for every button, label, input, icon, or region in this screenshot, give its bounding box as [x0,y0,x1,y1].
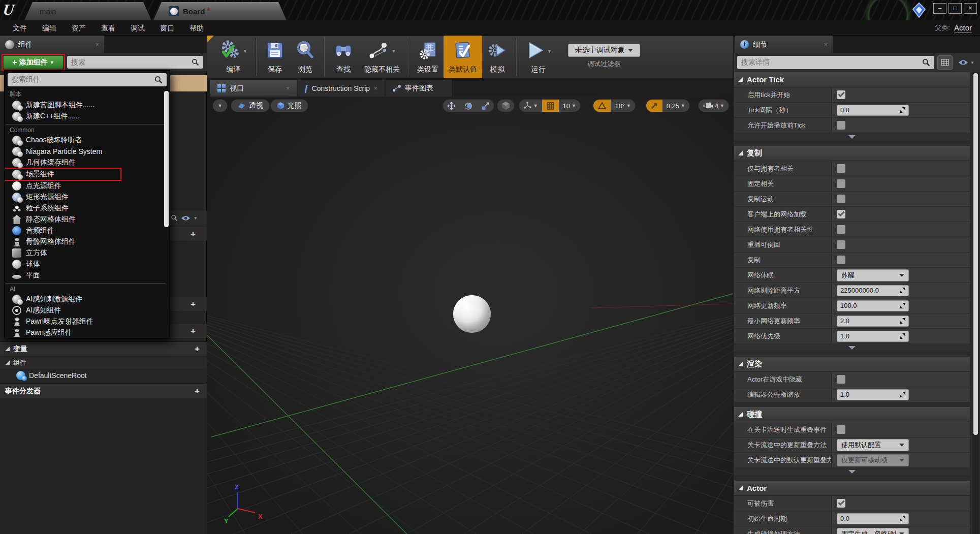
add-component-menu-item[interactable]: 矩形光源组件 [5,192,170,203]
hide-unrelated-button[interactable]: ▼ 隐藏不相关 [359,36,405,78]
add-component-menu-item[interactable]: Pawn噪点发射器组件 [5,316,170,327]
parent-class-link[interactable]: Actor [954,23,972,33]
camera-speed-dropdown[interactable]: 4 ▼ [699,99,729,112]
checkbox[interactable] [837,375,845,384]
checkbox[interactable] [837,425,845,434]
chevron-down-icon[interactable]: ▼ [547,49,552,54]
tab-components[interactable]: 组件 × [0,36,104,53]
category-expander[interactable] [734,133,970,141]
add-component-menu-item[interactable]: Niagara Particle System [5,146,170,157]
add-event-dispatcher-button[interactable]: + [195,386,200,396]
components-section-header[interactable]: 组件 [0,357,207,369]
add-button[interactable]: + [187,298,199,310]
minimize-button[interactable]: – [933,3,946,14]
add-component-menu-item[interactable]: 骨骼网格体组件 [5,236,170,247]
scale-snap-toggle[interactable] [646,99,662,112]
search-icon[interactable] [171,214,178,222]
window-tab-board[interactable]: Board * [153,2,287,20]
rotation-snap-value-dropdown[interactable]: 10° ▼ [611,99,635,112]
save-button[interactable]: 保存 [260,36,290,78]
scrollbar-thumb[interactable] [164,91,169,227]
grid-snap-toggle[interactable] [542,99,559,112]
number-input[interactable]: 100.0 [837,300,909,311]
add-variable-button[interactable]: + [195,344,200,354]
add-component-menu-item[interactable]: 音频组件 [5,225,170,236]
rotate-tool-button[interactable] [460,99,477,112]
play-button[interactable]: ▼ 运行 [520,36,557,78]
add-component-menu-item[interactable]: 几何体缓存组件 [5,157,170,168]
component-search-input[interactable]: 搜索组件 [8,73,167,86]
display-filter-button[interactable]: ▼ [956,55,977,70]
event-dispatchers-header[interactable]: 事件分发器 + [0,383,207,398]
class-defaults-button[interactable]: 类默认值 [444,36,482,78]
close-icon[interactable]: × [286,85,290,92]
rotation-snap-toggle[interactable] [593,99,611,112]
coord-space-button[interactable] [497,99,515,112]
checkbox[interactable] [837,121,845,130]
chevron-down-icon[interactable]: ▼ [391,49,396,54]
compile-button[interactable]: ▼ 编译 [214,36,252,78]
scale-snap-value-dropdown[interactable]: 0.25 ▼ [662,99,689,112]
dropdown-select[interactable]: 使用默认配置 [837,439,909,451]
menu-debug[interactable]: 调试 [123,20,152,36]
close-icon[interactable]: × [96,41,99,48]
details-category-header[interactable]: Actor [734,481,970,496]
close-icon[interactable]: × [824,41,828,48]
3d-viewport[interactable]: ▼ 透视 光照 [207,97,733,534]
number-input[interactable]: 0.0 [837,105,909,116]
add-component-menu-item[interactable]: 立方体 [5,247,170,259]
checkbox[interactable] [837,164,845,173]
tab-details[interactable]: i 细节 × [735,36,833,53]
perspective-button[interactable]: 透视 [231,99,270,112]
category-expander[interactable] [734,344,970,352]
menu-asset[interactable]: 资产 [64,20,93,36]
menu-file[interactable]: 文件 [5,20,35,36]
sphere-mesh[interactable] [453,295,491,333]
number-input[interactable]: 1.0 [837,389,909,400]
surface-snap-button[interactable]: ▼ [519,99,542,112]
add-component-menu-item[interactable]: Chaos破坏聆听者 [5,135,170,146]
lit-mode-button[interactable]: 光照 [270,99,308,112]
scene-root-item[interactable]: DefaultSceneRoot [0,369,207,382]
add-button[interactable]: + [187,325,199,337]
checkbox[interactable] [837,225,845,234]
menu-edit[interactable]: 编辑 [35,20,64,36]
details-category-header[interactable]: 复制 [734,146,970,161]
details-search-input[interactable]: 搜索详情 [737,56,934,69]
category-expander[interactable] [734,468,970,476]
add-button[interactable]: + [187,228,199,240]
tab-event-graph[interactable]: 事件图表 [386,80,452,97]
maximize-button[interactable]: □ [949,3,962,14]
scrollbar-thumb[interactable] [973,73,978,435]
grid-snap-value-dropdown[interactable]: 10 ▼ [559,99,580,112]
class-settings-button[interactable]: 类设置 [412,36,444,78]
add-component-menu-item[interactable]: 静态网格体组件 [5,214,170,225]
checkbox[interactable] [837,499,845,508]
number-input[interactable]: 225000000.0 [837,285,909,296]
dropdown-select[interactable]: 苏醒 [837,269,909,281]
eye-icon[interactable] [181,215,191,222]
move-tool-button[interactable] [443,99,460,112]
checkbox[interactable] [837,240,845,249]
add-component-menu-item[interactable]: 新建C++组件...... [5,111,170,122]
add-component-menu-item[interactable]: AI感知刺激源组件 [5,294,170,305]
menu-view[interactable]: 查看 [93,20,123,36]
browse-button[interactable]: 浏览 [290,36,321,78]
number-input[interactable]: 2.0 [837,316,909,327]
property-matrix-button[interactable] [937,55,953,70]
add-component-menu-item[interactable]: 球体 [5,259,170,270]
scale-tool-button[interactable] [477,99,494,112]
details-category-header[interactable]: 碰撞 [734,407,970,422]
checkbox[interactable] [837,90,845,99]
details-category-header[interactable]: 渲染 [734,357,970,372]
chevron-down-icon[interactable]: ▼ [194,216,198,221]
simulate-button[interactable]: 模拟 [482,36,513,78]
debug-object-dropdown[interactable]: 未选中调试对象 [568,44,640,57]
close-icon[interactable]: × [374,85,377,92]
number-input[interactable]: 0.0 [837,513,909,524]
variables-section-header[interactable]: 变量 + [0,341,207,356]
add-component-menu-item[interactable]: 新建蓝图脚本组件...... [5,100,170,111]
menu-help[interactable]: 帮助 [182,20,211,36]
add-component-menu-item[interactable]: Pawn感应组件 [5,327,170,338]
checkbox[interactable] [837,179,845,188]
